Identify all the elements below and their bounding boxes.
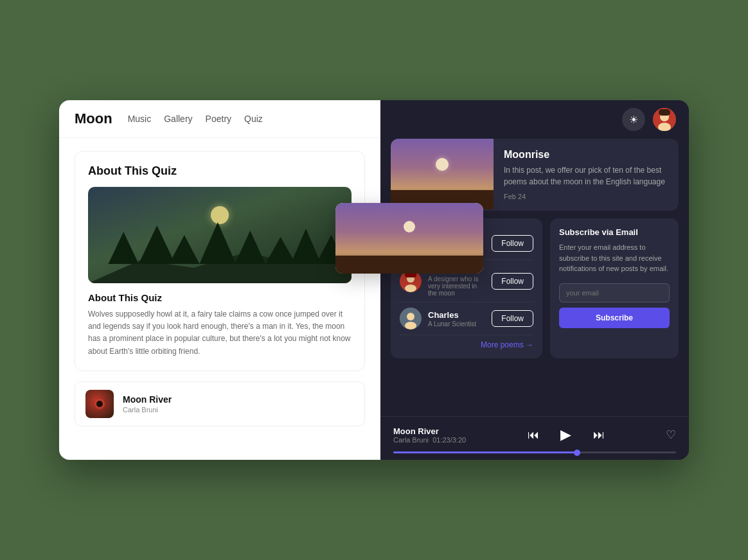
left-content: About This Quiz (59, 138, 380, 460)
svg-marker-3 (199, 222, 236, 264)
left-header: Moon Music Gallery Poetry Quiz (59, 100, 380, 138)
play-icon: ▶ (560, 426, 571, 442)
fast-forward-icon: ⏭ (593, 428, 605, 441)
quiz-card: About This Quiz (75, 151, 365, 371)
play-button[interactable]: ▶ (555, 423, 578, 446)
theme-toggle-button[interactable]: ☀ (622, 108, 645, 131)
subscribe-title: Subscribe via Email (559, 227, 670, 237)
music-player-bar[interactable]: Moon River Carla Bruni (75, 381, 365, 426)
sun-icon: ☀ (629, 114, 638, 126)
rewind-icon: ⏮ (528, 428, 539, 441)
user-avatar[interactable] (653, 108, 676, 131)
overlay-land (335, 256, 483, 274)
heart-icon: ♡ (666, 428, 676, 441)
avatar-charles2-svg (400, 308, 422, 329)
follow-button-1[interactable]: Follow (492, 273, 533, 290)
player-meta: Carla Bruni 01:23/3:20 (393, 436, 466, 444)
subscribe-desc: Enter your email address to subscribe to… (559, 242, 670, 274)
nav-quiz[interactable]: Quiz (244, 114, 263, 124)
player-artist: Carla Bruni (393, 436, 429, 444)
right-content: Moonrise In this post, we offer our pick… (380, 139, 689, 416)
overlay-image (335, 203, 483, 274)
song-title: Moon River (123, 394, 354, 405)
follow-button-2[interactable]: Follow (492, 310, 533, 327)
right-panel: ☀ (380, 100, 689, 460)
svg-point-18 (405, 284, 416, 292)
svg-marker-6 (290, 229, 321, 264)
nav-poetry[interactable]: Poetry (206, 114, 231, 124)
song-info: Moon River Carla Bruni (123, 394, 354, 414)
poet-name-2: Charles (428, 310, 485, 320)
moonrise-moon (436, 158, 449, 171)
progress-dot (574, 450, 580, 456)
nav-links: Music Gallery Poetry Quiz (128, 114, 263, 124)
quiz-text: Wolves supposedly howl at it, a fairy ta… (88, 308, 352, 358)
moonrise-date: Feb 24 (504, 193, 668, 200)
svg-marker-5 (265, 237, 296, 264)
moonrise-image (391, 139, 494, 209)
fast-forward-button[interactable]: ⏭ (591, 426, 607, 444)
progress-bar[interactable] (393, 451, 676, 453)
album-art-inner (94, 399, 105, 409)
moonrise-info: Moonrise In this post, we offer our pick… (494, 139, 679, 211)
moonrise-desc: In this post, we offer our pick of ten o… (504, 164, 668, 188)
left-panel: Moon Music Gallery Poetry Quiz About Thi… (59, 100, 380, 460)
svg-marker-1 (139, 225, 175, 264)
moonrise-title: Moonrise (504, 149, 668, 161)
song-artist: Carla Bruni (123, 406, 354, 414)
follow-button-0[interactable]: Follow (492, 235, 533, 252)
more-poems-link[interactable]: More poems → (400, 340, 533, 349)
email-input[interactable] (559, 283, 670, 302)
poet-row-2: Charles A Lunar Scientist Follow (400, 302, 533, 335)
poet-desc-2: A Lunar Scientist (428, 320, 485, 328)
svg-marker-4 (235, 231, 265, 264)
moonrise-card[interactable]: Moonrise In this post, we offer our pick… (391, 139, 679, 211)
player-song-title: Moon River (393, 426, 466, 436)
center-overlay-card (335, 203, 483, 274)
player-time: 01:23/3:20 (432, 436, 466, 444)
svg-marker-0 (109, 232, 139, 264)
subscribe-panel: Subscribe via Email Enter your email add… (550, 218, 679, 358)
trees-svg (88, 213, 352, 264)
player-controls-row: Moon River Carla Bruni 01:23/3:20 ⏮ ▶ (393, 423, 676, 446)
avatar-svg (653, 108, 676, 131)
logo[interactable]: Moon (75, 110, 112, 127)
progress-fill (393, 451, 577, 453)
quiz-card-title: About This Quiz (88, 164, 352, 178)
subscribe-button[interactable]: Subscribe (559, 308, 670, 328)
poet-desc-1: A designer who is very interested in the… (428, 276, 485, 297)
nav-gallery[interactable]: Gallery (164, 114, 192, 124)
svg-rect-10 (659, 109, 670, 116)
poet-info-2: Charles A Lunar Scientist (428, 310, 485, 328)
quiz-subtitle: About This Quiz (88, 292, 352, 303)
svg-point-21 (405, 322, 416, 329)
poet-avatar-2 (400, 308, 422, 329)
player-controls: ⏮ ▶ ⏭ (525, 423, 607, 446)
like-button[interactable]: ♡ (666, 428, 676, 442)
right-header: ☀ (380, 100, 689, 139)
nav-music[interactable]: Music (128, 114, 152, 124)
rewind-button[interactable]: ⏮ (525, 426, 542, 444)
bottom-player: Moon River Carla Bruni 01:23/3:20 ⏮ ▶ (380, 416, 689, 460)
album-art (85, 390, 114, 418)
player-song-info: Moon River Carla Bruni 01:23/3:20 (393, 426, 466, 444)
svg-point-20 (407, 313, 414, 320)
quiz-image (88, 187, 352, 283)
overlay-moon (404, 221, 415, 232)
svg-marker-2 (169, 235, 199, 264)
